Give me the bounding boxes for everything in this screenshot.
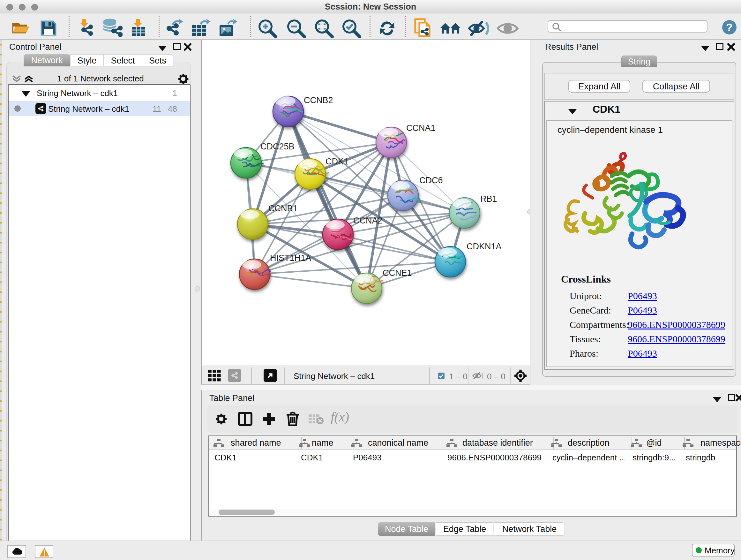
svg-text:CDC25B: CDC25B	[260, 142, 294, 151]
svg-text:CCNB2: CCNB2	[304, 96, 333, 105]
svg-text:CCNE1: CCNE1	[383, 268, 412, 278]
svg-text:CCNA1: CCNA1	[406, 123, 435, 133]
svg-text:CCNA2: CCNA2	[353, 216, 383, 226]
svg-text:RB1: RB1	[480, 194, 497, 204]
svg-text:CDC6: CDC6	[419, 176, 443, 185]
svg-text:CCNB1: CCNB1	[268, 204, 298, 213]
svg-text:HIST1H1A: HIST1H1A	[270, 253, 311, 263]
svg-text:CDK1: CDK1	[326, 157, 348, 166]
svg-text:CDKN1A: CDKN1A	[467, 242, 502, 251]
